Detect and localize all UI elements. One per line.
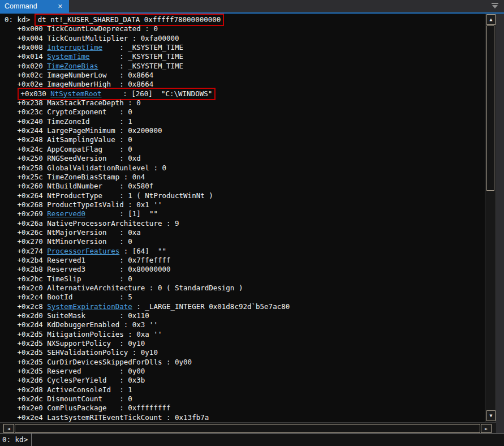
dml-link-ProcessorFeatures[interactable]: ProcessorFeatures <box>47 247 119 255</box>
console-line: +0x26c NtMajorVersion : 0xa <box>5 228 485 237</box>
console-line: +0x000 TickCountLowDeprecated : 0 <box>5 24 485 33</box>
console-text: +0x24c AppCompatFlag : 0 <box>5 145 132 153</box>
console-text: : [64] "" <box>119 247 166 255</box>
console-line: +0x2c0 AlternativeArchitecture : 0 ( Sta… <box>5 284 485 293</box>
console-line: +0x238 MaxStackTraceDepth : 0 <box>5 98 485 108</box>
console-line: +0x2d4 KdDebuggerEnabled : 0x3 '' <box>5 320 485 329</box>
console-text: +0x2d5 CurDirDevicesSkippedForDlls : 0y0… <box>5 358 192 366</box>
console-text: : _KSYSTEM_TIME <box>90 52 184 61</box>
console-text: +0x2b4 Reserved1 : 0x7ffeffff <box>5 256 171 264</box>
console-text: +0x248 AitSamplingValue : 0 <box>5 135 132 144</box>
dml-link-SystemTime[interactable]: SystemTime <box>47 52 89 61</box>
console-text: +0x274 <box>5 247 47 255</box>
chevron-down-icon <box>492 5 498 8</box>
console-line: +0x248 AitSamplingValue : 0 <box>5 135 485 144</box>
console-line: +0x24c AppCompatFlag : 0 <box>5 145 485 154</box>
console-line: +0x2c8 SystemExpirationDate : _LARGE_INT… <box>5 302 485 311</box>
horizontal-scrollbar-thumb[interactable] <box>15 424 480 433</box>
console-text: +0x02c ImageNumberLow : 0x8664 <box>5 71 153 79</box>
console-line: +0x264 NtProductType : 1 ( NtProductWinN… <box>5 191 485 200</box>
vertical-scrollbar-thumb[interactable] <box>486 25 494 191</box>
console-text: +0x258 GlobalValidationRunlevel : 0 <box>5 164 166 172</box>
dml-link-TimeZoneBias[interactable]: TimeZoneBias <box>47 62 98 70</box>
console-text: +0x26c NtMajorVersion : 0xa <box>5 228 141 237</box>
console-line: +0x2d6 CyclesPerYield : 0x3b <box>5 376 485 385</box>
tab-bar: Command ✕ <box>0 0 504 12</box>
dml-link-InterruptTime[interactable]: InterruptTime <box>47 43 102 52</box>
console-text: +0x2dc DismountCount : 0 <box>5 394 132 403</box>
scroll-up-icon[interactable]: ▲ <box>486 14 496 25</box>
console-line: +0x02c ImageNumberLow : 0x8664 <box>5 71 485 80</box>
scroll-down-icon[interactable]: ▼ <box>486 410 496 421</box>
console-line: +0x268 ProductTypeIsValid : 0x1 '' <box>5 200 485 209</box>
console-line: +0x2d8 ActiveConsoleId : 1 <box>5 385 485 394</box>
console-text: +0x030 <box>21 89 51 98</box>
console-text: +0x2d5 Reserved : 0y00 <box>5 367 145 375</box>
console-text: +0x238 MaxStackTraceDepth : 0 <box>5 98 141 107</box>
console-text: : _LARGE_INTEGER 0x01d8c92d`b5e7ac80 <box>132 302 290 311</box>
console-line: +0x2d0 SuiteMask : 0x110 <box>5 311 485 320</box>
console-text: +0x25c TimeZoneBiasStamp : 0n4 <box>5 173 145 181</box>
console-text: +0x014 <box>5 52 47 61</box>
console-line: +0x2e4 LastSystemRITEventTickCount : 0x1… <box>5 413 485 422</box>
command-input[interactable] <box>32 434 504 446</box>
scroll-right-icon[interactable]: ► <box>481 424 492 433</box>
window-menu-icon[interactable] <box>491 3 499 9</box>
console-line: +0x2c4 BootId : 5 <box>5 293 485 302</box>
console-line: +0x2dc DismountCount : 0 <box>5 394 485 404</box>
console-text: +0x260 NtBuildNumber : 0x580f <box>5 182 153 190</box>
console-text: +0x2d6 CyclesPerYield : 0x3b <box>5 376 145 384</box>
console-text: 0: kd> <box>5 15 35 24</box>
console-text: +0x2c0 AlternativeArchitecture : 0 ( Sta… <box>5 284 243 292</box>
kd-prompt-label: 0: kd> <box>0 434 32 446</box>
console-text <box>5 89 18 98</box>
close-icon[interactable]: ✕ <box>56 3 64 10</box>
console-text: +0x2e4 LastSystemRITEventTickCount : 0x1… <box>5 413 209 422</box>
windbg-command-window: Command ✕ 0: kd> dt nt!_KUSER_SHARED_DAT… <box>0 0 504 446</box>
scroll-left-icon[interactable]: ◄ <box>3 424 14 433</box>
dml-link-SystemExpirationDate[interactable]: SystemExpirationDate <box>47 302 132 311</box>
console-text: +0x2d0 SuiteMask : 0x110 <box>5 311 149 320</box>
tab-command[interactable]: Command ✕ <box>0 0 69 12</box>
console-line: +0x269 Reserved0 : [1] "" <box>5 209 485 218</box>
console-text: dt nt!_KUSER_SHARED_DATA 0xfffff78000000… <box>38 15 221 24</box>
console-text: +0x2b8 Reserved3 : 0x80000000 <box>5 265 171 273</box>
console-line: +0x008 InterruptTime : _KSYSTEM_TIME <box>5 43 485 52</box>
console-line: +0x25c TimeZoneBiasStamp : 0n4 <box>5 173 485 182</box>
console-line: +0x240 TimeZoneId : 1 <box>5 117 485 126</box>
console-text: +0x2e0 ComPlusPackage : 0xffffffff <box>5 404 171 412</box>
console-line: +0x270 NtMinorVersion : 0 <box>5 237 485 246</box>
console-text: : [260] "C:\WINDOWS" <box>102 89 213 98</box>
console-text: +0x020 <box>5 62 47 70</box>
console-text: +0x008 <box>5 43 47 52</box>
console-text: : _KSYSTEM_TIME <box>98 62 184 70</box>
console-text: +0x26a NativeProcessorArchitecture : 9 <box>5 219 179 228</box>
dml-link-Reserved0[interactable]: Reserved0 <box>47 209 85 218</box>
horizontal-scrollbar[interactable]: ◄ ► <box>0 422 496 433</box>
console-line: +0x030 NtSystemRoot : [260] "C:\WINDOWS" <box>5 89 485 98</box>
console-text: : [1] "" <box>85 209 158 218</box>
console-text: +0x2bc TimeSlip : 0 <box>5 275 132 283</box>
console-line: +0x2d5 Reserved : 0y00 <box>5 367 485 376</box>
console-text: +0x268 ProductTypeIsValid : 0x1 '' <box>5 200 162 209</box>
console-line: +0x2d5 CurDirDevicesSkippedForDlls : 0y0… <box>5 358 485 367</box>
console-text: +0x2d5 MitigationPolicies : 0xa '' <box>5 330 162 338</box>
window-menu-bar <box>492 3 498 4</box>
console-line: +0x2bc TimeSlip : 0 <box>5 275 485 284</box>
console-text: +0x240 TimeZoneId : 1 <box>5 117 132 126</box>
dml-link-NtSystemRoot[interactable]: NtSystemRoot <box>50 89 101 98</box>
console-line: +0x004 TickCountMultiplier : 0xfa00000 <box>5 34 485 43</box>
console-line: +0x274 ProcessorFeatures : [64] "" <box>5 247 485 256</box>
console-line: +0x020 TimeZoneBias : _KSYSTEM_TIME <box>5 62 485 71</box>
console-line: +0x2b8 Reserved3 : 0x80000000 <box>5 265 485 274</box>
console-line: +0x26a NativeProcessorArchitecture : 9 <box>5 219 485 228</box>
console-text: +0x2d8 ActiveConsoleId : 1 <box>5 385 132 394</box>
console-text: +0x270 NtMinorVersion : 0 <box>5 237 132 246</box>
console-text: +0x000 TickCountLowDeprecated : 0 <box>5 24 158 33</box>
vertical-scrollbar[interactable]: ▲ ▼ <box>485 14 496 422</box>
console-line: +0x014 SystemTime : _KSYSTEM_TIME <box>5 52 485 61</box>
console-text: +0x004 TickCountMultiplier : 0xfa00000 <box>5 34 179 42</box>
console-text: +0x2d4 KdDebuggerEnabled : 0x3 '' <box>5 320 158 329</box>
console-text: +0x250 RNGSeedVersion : 0xd <box>5 154 141 162</box>
console-line: 0: kd> dt nt!_KUSER_SHARED_DATA 0xfffff7… <box>5 15 485 24</box>
